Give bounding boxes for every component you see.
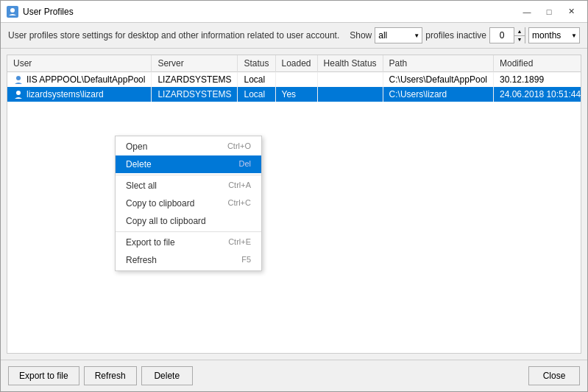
description-text: User profiles store settings for desktop… bbox=[8, 30, 345, 41]
context-menu-shortcut: Ctrl+C bbox=[228, 198, 251, 209]
window-icon bbox=[7, 6, 18, 18]
context-menu-item-export-to-file[interactable]: Export to fileCtrl+E bbox=[116, 234, 261, 251]
inactive-label: profiles inactive bbox=[425, 30, 486, 41]
context-menu-shortcut: Ctrl+A bbox=[228, 181, 251, 191]
cell-modified: 30.12.1899 bbox=[494, 72, 582, 88]
cell-status: Local bbox=[238, 87, 275, 102]
cell-loaded: Yes bbox=[275, 87, 317, 102]
context-menu-shortcut: Ctrl+O bbox=[227, 141, 251, 152]
cell-server: LIZARDSYSTEMS bbox=[152, 72, 238, 88]
cell-status: Local bbox=[238, 72, 275, 88]
context-menu-item-copy-to-clipboard[interactable]: Copy to clipboardCtrl+C bbox=[116, 195, 261, 212]
user-icon bbox=[13, 74, 24, 85]
context-menu-item-delete[interactable]: DeleteDel bbox=[116, 155, 261, 173]
show-select-wrapper: all active inactive bbox=[375, 27, 422, 43]
cell-loaded bbox=[275, 72, 317, 88]
col-user: User bbox=[7, 55, 152, 72]
content-area: User Server Status Loaded Health Status … bbox=[1, 49, 587, 360]
cell-health bbox=[317, 72, 383, 88]
maximize-button[interactable]: □ bbox=[539, 4, 559, 19]
spinner-up[interactable]: ▲ bbox=[514, 27, 525, 36]
col-health: Health Status bbox=[317, 55, 383, 72]
svg-point-0 bbox=[10, 8, 15, 13]
delete-button[interactable]: Delete bbox=[141, 366, 193, 385]
months-select[interactable]: months days years bbox=[528, 27, 580, 43]
footer-right: Close bbox=[528, 366, 580, 385]
table-header-row: User Server Status Loaded Health Status … bbox=[7, 55, 581, 72]
context-menu-label: Refresh bbox=[126, 255, 157, 265]
context-menu-item-slect-all[interactable]: Slect allCtrl+A bbox=[116, 177, 261, 195]
col-status: Status bbox=[238, 55, 275, 72]
cell-path: C:\Users\lizard bbox=[383, 87, 493, 102]
inactive-spinner: ▲ ▼ bbox=[489, 27, 525, 43]
show-select[interactable]: all active inactive bbox=[375, 27, 422, 43]
context-menu-separator bbox=[116, 231, 261, 232]
context-menu-shortcut: F5 bbox=[241, 255, 251, 265]
context-menu-shortcut: Del bbox=[238, 159, 251, 169]
col-modified: Modified bbox=[494, 55, 582, 72]
svg-point-1 bbox=[16, 76, 21, 80]
context-menu-separator bbox=[116, 175, 261, 175]
spinner-down[interactable]: ▼ bbox=[514, 36, 525, 44]
col-path: Path bbox=[383, 55, 493, 72]
context-menu-label: Delete bbox=[126, 159, 152, 169]
refresh-button[interactable]: Refresh bbox=[84, 366, 137, 385]
table-row[interactable]: IIS APPPOOL\DefaultAppPoolLIZARDSYSTEMSL… bbox=[7, 72, 581, 88]
col-loaded: Loaded bbox=[275, 55, 317, 72]
cell-user: IIS APPPOOL\DefaultAppPool bbox=[7, 72, 152, 88]
context-menu-label: Export to file bbox=[126, 237, 175, 248]
spinner-buttons: ▲ ▼ bbox=[514, 27, 525, 43]
cell-server: LIZARDSYSTEMS bbox=[152, 87, 238, 102]
svg-point-2 bbox=[16, 91, 21, 95]
export-button[interactable]: Export to file bbox=[8, 366, 79, 385]
minimize-button[interactable]: — bbox=[517, 4, 537, 19]
col-server: Server bbox=[152, 55, 238, 72]
close-title-button[interactable]: ✕ bbox=[561, 4, 581, 19]
cell-health bbox=[317, 87, 383, 102]
context-menu-shortcut: Ctrl+E bbox=[228, 237, 251, 248]
context-menu-label: Open bbox=[126, 141, 147, 152]
window-title: User Profiles bbox=[23, 7, 517, 17]
close-button[interactable]: Close bbox=[528, 366, 580, 385]
cell-path: C:\Users\DefaultAppPool bbox=[383, 72, 493, 88]
cell-modified: 24.06.2018 10:51:44 bbox=[494, 87, 582, 102]
footer-left: Export to file Refresh Delete bbox=[8, 366, 193, 385]
cell-user: lizardsystems\lizard bbox=[7, 87, 152, 102]
title-controls: — □ ✕ bbox=[517, 4, 581, 19]
context-menu-item-copy-all-to-clipboard[interactable]: Copy all to clipboard bbox=[116, 212, 261, 230]
profiles-table: User Server Status Loaded Health Status … bbox=[7, 55, 581, 102]
toolbar: User profiles store settings for desktop… bbox=[1, 23, 587, 49]
context-menu-label: Slect all bbox=[126, 181, 157, 191]
show-label: Show bbox=[350, 30, 372, 41]
toolbar-controls: Show all active inactive profiles inacti… bbox=[350, 27, 580, 43]
context-menu-label: Copy to clipboard bbox=[126, 198, 194, 209]
months-select-wrapper: months days years bbox=[528, 27, 580, 43]
context-menu-item-refresh[interactable]: RefreshF5 bbox=[116, 251, 261, 269]
footer: Export to file Refresh Delete Close bbox=[1, 360, 587, 391]
user-icon bbox=[13, 89, 24, 99]
inactive-input[interactable] bbox=[490, 28, 514, 43]
context-menu: OpenCtrl+ODeleteDelSlect allCtrl+ACopy t… bbox=[115, 136, 262, 271]
context-menu-label: Copy all to clipboard bbox=[126, 216, 206, 226]
table-row[interactable]: lizardsystems\lizardLIZARDSYSTEMSLocalYe… bbox=[7, 87, 581, 102]
main-window: User Profiles — □ ✕ User profiles store … bbox=[0, 0, 588, 392]
table-container: User Server Status Loaded Health Status … bbox=[7, 55, 581, 354]
context-menu-item-open[interactable]: OpenCtrl+O bbox=[116, 138, 261, 155]
title-bar: User Profiles — □ ✕ bbox=[1, 1, 587, 23]
